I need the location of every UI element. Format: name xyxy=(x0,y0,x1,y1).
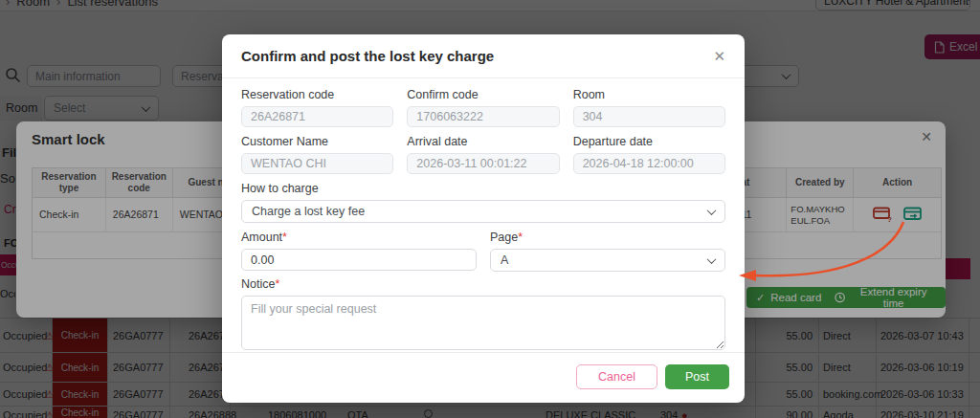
customer-name-label: Customer Name xyxy=(241,135,393,148)
departure-date-field[interactable] xyxy=(573,153,725,174)
modal-title: Confirm and post the lost key charge xyxy=(241,48,494,64)
reservation-code-field[interactable] xyxy=(241,106,393,127)
reservation-code-label: Reservation code xyxy=(241,88,393,101)
room-field[interactable] xyxy=(573,106,725,127)
departure-date-label: Departure date xyxy=(573,135,725,148)
page-label: Page* xyxy=(490,231,725,244)
page-value: A xyxy=(501,253,508,267)
chevron-down-icon xyxy=(707,206,717,215)
lost-key-charge-modal: Confirm and post the lost key charge ✕ R… xyxy=(222,34,745,403)
arrival-date-field[interactable] xyxy=(407,153,559,174)
modal-header: Confirm and post the lost key charge ✕ xyxy=(222,34,745,78)
arrival-date-label: Arrival date xyxy=(407,135,559,148)
page-select[interactable]: A xyxy=(490,249,725,272)
modal-footer: Cancel Post xyxy=(222,352,745,403)
required-mark: * xyxy=(282,231,287,244)
confirm-code-field[interactable] xyxy=(407,106,559,127)
amount-label: Amount* xyxy=(241,231,477,244)
notice-textarea[interactable] xyxy=(241,296,725,350)
cancel-button[interactable]: Cancel xyxy=(576,364,657,389)
app-root: › Room › List reservations LUXCITY Hotel… xyxy=(0,0,980,418)
customer-name-field[interactable] xyxy=(241,153,393,174)
close-icon[interactable]: ✕ xyxy=(713,48,725,65)
how-to-charge-select[interactable]: Charge a lost key fee xyxy=(241,200,725,223)
required-mark: * xyxy=(275,277,279,291)
required-mark: * xyxy=(518,231,523,244)
amount-field[interactable] xyxy=(241,249,477,271)
confirm-code-label: Confirm code xyxy=(407,88,559,101)
room-label: Room xyxy=(573,88,725,101)
chevron-down-icon xyxy=(707,254,717,264)
post-button[interactable]: Post xyxy=(665,364,729,389)
modal-body: Reservation code Confirm code Room Custo… xyxy=(222,78,745,352)
how-to-charge-label: How to charge xyxy=(241,182,725,195)
notice-label: Notice* xyxy=(241,277,725,291)
how-to-charge-value: Charge a lost key fee xyxy=(252,205,365,218)
